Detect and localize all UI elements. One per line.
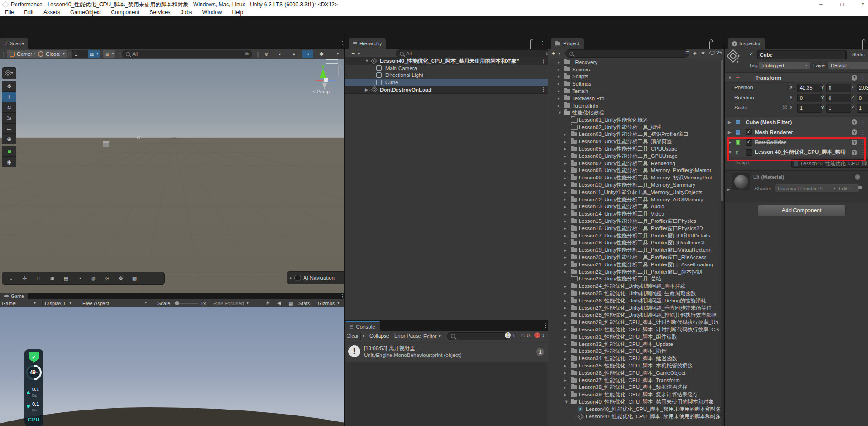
project-row[interactable]: ▸Lesson27_性能优化_Unity机制问题_垂直同步带来的等待 [548, 304, 724, 312]
scene-overlay-tool-1-icon[interactable]: ✛ [19, 274, 31, 283]
axis-value-field[interactable]: 0 [857, 94, 868, 102]
overlay-drag-handle[interactable] [5, 61, 14, 65]
foldout-arrow-icon[interactable]: ▸ [564, 270, 567, 274]
foldout-arrow-icon[interactable]: ▸ [558, 60, 560, 65]
aspect-dropdown[interactable]: Free Aspect▾ [82, 299, 147, 307]
project-row[interactable]: ▸Lesson25_性能优化_Unity机制问题_生命周期函数 [548, 290, 724, 297]
foldout-arrow-icon[interactable]: ▸ [558, 81, 560, 86]
static-checkbox[interactable] [845, 51, 846, 60]
jump-to-search-icon[interactable]: ⧉ [546, 51, 548, 56]
foldout-arrow-icon[interactable]: ▸ [564, 226, 567, 231]
foldout-arrow-icon[interactable]: ▸ [558, 89, 560, 93]
custom-cube-tool-icon[interactable]: ■ [2, 146, 16, 156]
vsync-grid-icon[interactable]: ▦ [288, 300, 293, 306]
hierarchy-item-main-camera[interactable]: Main Camera [345, 65, 548, 72]
menu-component[interactable]: Component [106, 8, 144, 16]
foldout-arrow-icon[interactable]: ▸ [564, 349, 567, 354]
project-row[interactable]: ▸Lesson07_Unity性能分析工具_Rendering [548, 160, 724, 167]
component-header-0[interactable]: ▶▦Cube (Mesh Filter)?⋮ [725, 117, 868, 127]
axis-value-field[interactable]: 1 [826, 104, 851, 113]
foldout-arrow-icon[interactable]: ▼ [564, 399, 569, 404]
project-row[interactable]: ▸Lesson37_性能优化_CPU_脚本_Transform [548, 377, 724, 384]
foldout-arrow-icon[interactable]: ▸ [564, 363, 567, 368]
cpu-monitor-widget[interactable]: ✓ 49% 0.1K/s 0.1K/s CPU [24, 349, 43, 426]
console-log-entry[interactable]: ! [13:06:53] 离开视野里 UnityEngine.MonoBehav… [345, 343, 548, 362]
name-field[interactable]: Cube [757, 50, 847, 59]
project-row[interactable]: ▸Lesson10_Unity性能分析工具_Memory_Summary [548, 182, 724, 189]
project-row[interactable]: ▸Lesson22_Unity性能分析工具_Profiler窗口_脚本控制 [548, 268, 724, 275]
foldout-arrow-icon[interactable]: ▸ [564, 262, 567, 267]
menu-edit[interactable]: Edit [19, 8, 38, 16]
create-caret-icon[interactable]: ▾ [358, 52, 360, 56]
foldout-arrow-icon[interactable]: ▸ [564, 298, 567, 303]
foldout-arrow-icon[interactable]: ▸ [564, 342, 567, 346]
persp-label[interactable]: < Persp [312, 89, 330, 94]
close-button[interactable]: ✕ [856, 0, 868, 8]
scene-viewport[interactable]: ▾ ✥✛↻⇲▭⊕■◉ y < Persp ◒✛□≋▤◔◍⊙✥▩ ▸ [0, 59, 344, 293]
scale-tool-icon[interactable]: ⇲ [2, 113, 16, 123]
material-strip[interactable]: ▶ Lit (Material) ? Shader Universal Rend… [725, 170, 868, 202]
project-row[interactable]: ▸Lesson39_性能优化_CPU_脚本_复杂计算结果缓存 [548, 391, 724, 399]
lighting-icon[interactable]: ● [288, 50, 299, 58]
audio-icon[interactable]: ◑ [302, 50, 313, 58]
hierarchy-scene-row[interactable]: ▼ Lesson40_性能优化_CPU_脚本_禁用未使用的脚本和对象* ⋮ [345, 57, 548, 65]
enabled-checkbox[interactable] [746, 129, 752, 135]
hierarchy-search-field[interactable]: All ⧉ [396, 49, 548, 58]
axis-value-field[interactable]: 0 [826, 84, 851, 92]
tab-game[interactable]: Game [0, 293, 28, 299]
foldout-arrow-icon[interactable]: ▼ [728, 75, 732, 80]
console-search-field[interactable] [447, 332, 509, 340]
error-count-toggle[interactable]: ! 0 [534, 332, 544, 338]
foldout-arrow-icon[interactable]: ▸ [564, 176, 567, 180]
foldout-arrow-icon[interactable]: ▸ [564, 219, 567, 223]
shader-dropdown[interactable]: Universal Render Pi▾ [775, 184, 838, 192]
debug-bug-icon[interactable]: ✱ [316, 50, 327, 58]
project-row[interactable]: ▸Lesson09_Unity性能分析工具_Memory_初识MemoryPro… [548, 174, 724, 182]
scene-2d-icon[interactable]: ◐ [275, 50, 286, 58]
project-row[interactable]: ▸Lesson14_Unity性能分析工具_Video [548, 210, 724, 218]
foldout-arrow-icon[interactable]: ▸ [564, 132, 567, 137]
foldout-arrow-icon[interactable]: ▸ [564, 291, 567, 296]
expand-arrow-icon[interactable]: ▸ [290, 275, 292, 280]
hand-tool-icon[interactable]: ✥ [2, 81, 16, 92]
active-checkbox[interactable] [749, 51, 749, 60]
foldout-arrow-icon[interactable]: ▸ [564, 320, 567, 325]
minimize-button[interactable]: ─ [814, 0, 828, 8]
tab-scene[interactable]: # Scene [0, 38, 28, 49]
foldout-arrow-icon[interactable]: ▶ [365, 87, 368, 92]
foldout-arrow-icon[interactable]: ▸ [564, 327, 567, 332]
edit-shader-button[interactable]: Edit... [836, 184, 859, 192]
axis-value-field[interactable]: 41.35 [797, 84, 822, 92]
foldout-arrow-icon[interactable]: ▶ [727, 187, 730, 192]
menu-window[interactable]: Window [197, 8, 227, 16]
project-row[interactable]: ▸Lesson08_Unity性能分析工具_Memory_Profiler的Me… [548, 167, 724, 174]
project-row[interactable]: Lesson01_Unity性能优化概述 [548, 116, 724, 124]
help-icon[interactable]: ? [852, 75, 857, 81]
project-row[interactable]: ▸Lesson15_Unity性能分析工具_Profiler窗口Physics [548, 218, 724, 225]
project-row[interactable]: Lesson02_Unity性能分析工具_概述 [548, 124, 724, 131]
audio-mute-icon[interactable] [277, 301, 281, 306]
foldout-arrow-icon[interactable]: ▸ [564, 205, 567, 209]
menu-gameobject[interactable]: GameObject [65, 8, 106, 16]
scene-overlay-tool-8-icon[interactable]: ✥ [115, 274, 127, 283]
gizmo-y-cone[interactable] [320, 69, 326, 78]
layer-dropdown[interactable]: Default [828, 62, 868, 69]
transform-header[interactable]: ▼ ✛ Transform ? ⋮ [725, 72, 868, 83]
link-icon[interactable]: ⛓ [782, 105, 787, 110]
scene-small-object[interactable] [137, 136, 140, 139]
project-row[interactable]: ▸Lesson05_Unity性能分析工具_CPUUsage [548, 146, 724, 153]
axis-value-field[interactable]: 1 [857, 104, 868, 113]
foldout-arrow-icon[interactable]: ▸ [564, 190, 567, 194]
project-row[interactable]: ▸Lesson24_性能优化_Unity机制问题_脚本挂载 [548, 283, 724, 290]
foldout-arrow-icon[interactable]: ▸ [564, 183, 567, 187]
scene-overlay-tool-0-icon[interactable]: ◒ [5, 274, 17, 283]
axis-value-field[interactable]: 2.03 [857, 84, 868, 92]
project-row[interactable]: ▸Lesson06_Unity性能分析工具_GPUUsage [548, 152, 724, 160]
project-row[interactable]: ▸Lesson12_Unity性能分析工具_Memory_AllOfMemory [548, 196, 724, 203]
material-menu-icon[interactable]: ≣ [858, 185, 862, 191]
gizmo-drag-handle[interactable] [326, 59, 338, 64]
foldout-arrow-icon[interactable]: ▸ [564, 306, 567, 310]
project-scrollbar[interactable] [721, 59, 724, 426]
pivot-dropdown[interactable]: Center▾ [7, 50, 39, 58]
scene-overlay-tool-4-icon[interactable]: ▤ [60, 274, 72, 283]
